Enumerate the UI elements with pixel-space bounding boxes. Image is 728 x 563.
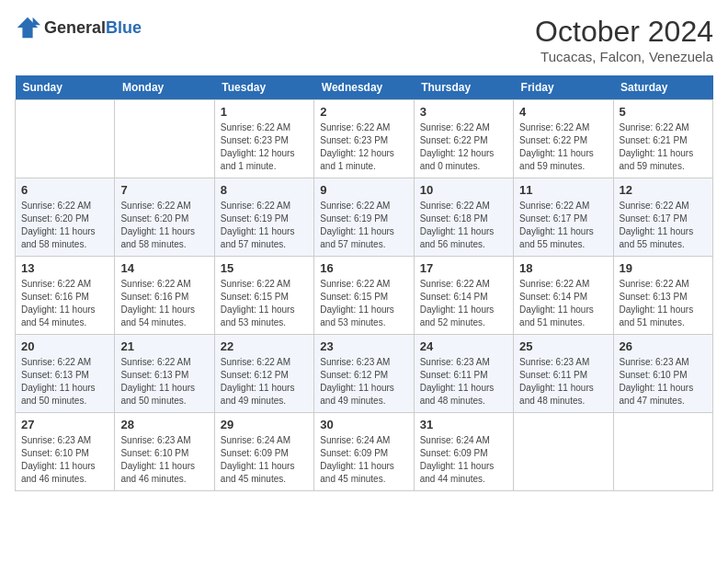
calendar-cell — [514, 413, 613, 491]
day-number: 16 — [320, 261, 407, 275]
calendar-cell: 9Sunrise: 6:22 AM Sunset: 6:19 PM Daylig… — [314, 178, 414, 257]
day-header-sunday: Sunday — [16, 75, 115, 100]
day-info: Sunrise: 6:22 AM Sunset: 6:14 PM Dayligh… — [519, 278, 607, 329]
day-number: 11 — [519, 183, 607, 197]
calendar-cell: 14Sunrise: 6:22 AM Sunset: 6:16 PM Dayli… — [115, 257, 214, 335]
day-info: Sunrise: 6:23 AM Sunset: 6:11 PM Dayligh… — [519, 356, 607, 408]
day-info: Sunrise: 6:22 AM Sunset: 6:12 PM Dayligh… — [221, 356, 308, 408]
day-info: Sunrise: 6:22 AM Sunset: 6:13 PM Dayligh… — [120, 356, 208, 408]
day-info: Sunrise: 6:22 AM Sunset: 6:19 PM Dayligh… — [221, 200, 308, 251]
calendar-cell: 8Sunrise: 6:22 AM Sunset: 6:19 PM Daylig… — [214, 178, 313, 257]
day-number: 30 — [320, 418, 407, 431]
calendar-week-row: 27Sunrise: 6:23 AM Sunset: 6:10 PM Dayli… — [16, 413, 713, 491]
day-number: 7 — [120, 183, 208, 197]
day-info: Sunrise: 6:23 AM Sunset: 6:12 PM Dayligh… — [320, 356, 407, 408]
day-number: 22 — [221, 339, 308, 353]
day-number: 24 — [420, 339, 507, 353]
day-info: Sunrise: 6:23 AM Sunset: 6:10 PM Dayligh… — [620, 356, 707, 408]
day-info: Sunrise: 6:22 AM Sunset: 6:22 PM Dayligh… — [420, 121, 507, 173]
calendar-cell: 27Sunrise: 6:23 AM Sunset: 6:10 PM Dayli… — [16, 413, 115, 491]
day-header-thursday: Thursday — [414, 75, 513, 100]
calendar-cell: 17Sunrise: 6:22 AM Sunset: 6:14 PM Dayli… — [414, 257, 513, 335]
calendar-subtitle: Tucacas, Falcon, Venezuela — [535, 49, 713, 64]
calendar-week-row: 1Sunrise: 6:22 AM Sunset: 6:23 PM Daylig… — [16, 100, 713, 178]
calendar-table: SundayMondayTuesdayWednesdayThursdayFrid… — [15, 75, 713, 491]
day-number: 5 — [620, 105, 707, 119]
day-number: 3 — [420, 105, 507, 119]
day-info: Sunrise: 6:24 AM Sunset: 6:09 PM Dayligh… — [420, 434, 507, 486]
day-number: 27 — [21, 418, 108, 431]
day-number: 29 — [221, 418, 308, 431]
day-number: 23 — [320, 339, 407, 353]
day-info: Sunrise: 6:24 AM Sunset: 6:09 PM Dayligh… — [221, 434, 308, 486]
calendar-cell: 3Sunrise: 6:22 AM Sunset: 6:22 PM Daylig… — [414, 100, 513, 178]
day-info: Sunrise: 6:22 AM Sunset: 6:20 PM Dayligh… — [21, 200, 108, 251]
day-number: 2 — [320, 105, 407, 119]
day-number: 31 — [420, 418, 507, 431]
day-number: 26 — [620, 339, 707, 353]
day-info: Sunrise: 6:22 AM Sunset: 6:23 PM Dayligh… — [320, 121, 407, 173]
day-number: 9 — [320, 183, 407, 197]
calendar-cell: 7Sunrise: 6:22 AM Sunset: 6:20 PM Daylig… — [115, 178, 214, 257]
day-number: 25 — [519, 339, 607, 353]
calendar-week-row: 6Sunrise: 6:22 AM Sunset: 6:20 PM Daylig… — [16, 178, 713, 257]
day-info: Sunrise: 6:22 AM Sunset: 6:13 PM Dayligh… — [21, 356, 108, 408]
calendar-cell: 23Sunrise: 6:23 AM Sunset: 6:12 PM Dayli… — [314, 335, 414, 413]
day-number: 6 — [21, 183, 108, 197]
calendar-cell: 6Sunrise: 6:22 AM Sunset: 6:20 PM Daylig… — [16, 178, 115, 257]
day-number: 15 — [221, 261, 308, 275]
day-info: Sunrise: 6:22 AM Sunset: 6:22 PM Dayligh… — [519, 121, 607, 173]
calendar-cell: 21Sunrise: 6:22 AM Sunset: 6:13 PM Dayli… — [115, 335, 214, 413]
calendar-cell: 26Sunrise: 6:23 AM Sunset: 6:10 PM Dayli… — [613, 335, 712, 413]
day-number: 4 — [519, 105, 607, 119]
day-info: Sunrise: 6:24 AM Sunset: 6:09 PM Dayligh… — [320, 434, 407, 486]
calendar-cell: 5Sunrise: 6:22 AM Sunset: 6:21 PM Daylig… — [613, 100, 712, 178]
calendar-week-row: 13Sunrise: 6:22 AM Sunset: 6:16 PM Dayli… — [16, 257, 713, 335]
day-number: 18 — [519, 261, 607, 275]
day-number: 20 — [21, 339, 108, 353]
calendar-cell: 4Sunrise: 6:22 AM Sunset: 6:22 PM Daylig… — [514, 100, 613, 178]
page-header: GeneralBlue October 2024 Tucacas, Falcon… — [15, 15, 713, 64]
calendar-cell: 18Sunrise: 6:22 AM Sunset: 6:14 PM Dayli… — [514, 257, 613, 335]
calendar-cell: 22Sunrise: 6:22 AM Sunset: 6:12 PM Dayli… — [214, 335, 313, 413]
day-info: Sunrise: 6:22 AM Sunset: 6:18 PM Dayligh… — [420, 200, 507, 251]
day-info: Sunrise: 6:22 AM Sunset: 6:15 PM Dayligh… — [320, 278, 407, 329]
calendar-cell: 12Sunrise: 6:22 AM Sunset: 6:17 PM Dayli… — [613, 178, 712, 257]
calendar-cell: 2Sunrise: 6:22 AM Sunset: 6:23 PM Daylig… — [314, 100, 414, 178]
day-info: Sunrise: 6:22 AM Sunset: 6:23 PM Dayligh… — [221, 121, 308, 173]
title-block: October 2024 Tucacas, Falcon, Venezuela — [535, 15, 713, 64]
calendar-header-row: SundayMondayTuesdayWednesdayThursdayFrid… — [16, 75, 713, 100]
day-header-saturday: Saturday — [613, 75, 712, 100]
day-number: 12 — [620, 183, 707, 197]
calendar-cell: 30Sunrise: 6:24 AM Sunset: 6:09 PM Dayli… — [314, 413, 414, 491]
calendar-cell: 16Sunrise: 6:22 AM Sunset: 6:15 PM Dayli… — [314, 257, 414, 335]
day-info: Sunrise: 6:22 AM Sunset: 6:16 PM Dayligh… — [120, 278, 208, 329]
calendar-cell — [613, 413, 712, 491]
day-info: Sunrise: 6:22 AM Sunset: 6:21 PM Dayligh… — [620, 121, 707, 173]
day-number: 17 — [420, 261, 507, 275]
day-number: 10 — [420, 183, 507, 197]
day-info: Sunrise: 6:22 AM Sunset: 6:14 PM Dayligh… — [420, 278, 507, 329]
day-info: Sunrise: 6:22 AM Sunset: 6:17 PM Dayligh… — [620, 200, 707, 251]
day-number: 21 — [120, 339, 208, 353]
day-info: Sunrise: 6:23 AM Sunset: 6:11 PM Dayligh… — [420, 356, 507, 408]
calendar-body: 1Sunrise: 6:22 AM Sunset: 6:23 PM Daylig… — [16, 100, 713, 491]
day-number: 13 — [21, 261, 108, 275]
calendar-cell: 29Sunrise: 6:24 AM Sunset: 6:09 PM Dayli… — [214, 413, 313, 491]
day-header-wednesday: Wednesday — [314, 75, 414, 100]
logo-icon — [15, 15, 40, 40]
day-header-friday: Friday — [514, 75, 613, 100]
logo: GeneralBlue — [15, 15, 142, 40]
day-number: 19 — [620, 261, 707, 275]
svg-marker-1 — [33, 17, 40, 25]
day-info: Sunrise: 6:22 AM Sunset: 6:19 PM Dayligh… — [320, 200, 407, 251]
calendar-cell: 24Sunrise: 6:23 AM Sunset: 6:11 PM Dayli… — [414, 335, 513, 413]
day-number: 28 — [120, 418, 208, 431]
day-info: Sunrise: 6:22 AM Sunset: 6:17 PM Dayligh… — [519, 200, 607, 251]
calendar-title: October 2024 — [535, 15, 713, 49]
calendar-cell: 28Sunrise: 6:23 AM Sunset: 6:10 PM Dayli… — [115, 413, 214, 491]
day-number: 14 — [120, 261, 208, 275]
day-info: Sunrise: 6:22 AM Sunset: 6:15 PM Dayligh… — [221, 278, 308, 329]
calendar-cell: 11Sunrise: 6:22 AM Sunset: 6:17 PM Dayli… — [514, 178, 613, 257]
calendar-cell: 10Sunrise: 6:22 AM Sunset: 6:18 PM Dayli… — [414, 178, 513, 257]
